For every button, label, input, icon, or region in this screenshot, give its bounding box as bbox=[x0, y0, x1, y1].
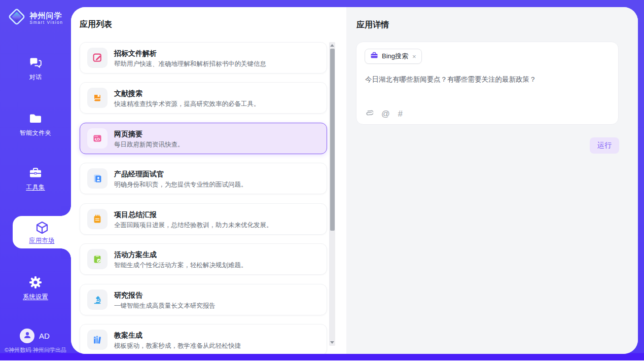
scrollbar-up-arrow[interactable] bbox=[329, 42, 335, 49]
app-title: 研究报告 bbox=[114, 291, 216, 300]
gear-icon bbox=[0, 275, 71, 289]
list-item-project-summary[interactable]: 项目总结汇报 全面回顾项目进展，总结经验教训，助力未来优化发展。 bbox=[80, 203, 327, 235]
brand-name: 神州问学 bbox=[29, 11, 63, 20]
close-icon[interactable]: × bbox=[412, 53, 416, 60]
at-icon[interactable]: @ bbox=[381, 110, 390, 118]
app-title: 网页摘要 bbox=[114, 129, 184, 138]
sidebar-item-label: 系统设置 bbox=[0, 293, 71, 301]
browser-code-icon bbox=[87, 128, 108, 149]
list-item-literature-search[interactable]: 文献搜索 快速精准查找学术资源，提高研究效率的必备工具。 bbox=[80, 82, 327, 114]
scrollbar-thumb[interactable] bbox=[330, 49, 335, 231]
run-button[interactable]: 运行 bbox=[590, 137, 619, 154]
interview-icon bbox=[87, 168, 108, 189]
cube-icon bbox=[13, 221, 71, 235]
app-desc: 全面回顾项目进展，总结经验教训，助力未来优化发展。 bbox=[114, 221, 273, 230]
app-title: 招标文件解析 bbox=[114, 49, 266, 58]
app-title: 产品经理面试官 bbox=[114, 169, 247, 178]
app-desc: 一键智能生成高质量长文本研究报告 bbox=[114, 301, 216, 310]
sidebar-footer: ©神州数码·神州问学出品 bbox=[0, 346, 71, 354]
prompt-card: Bing搜索 × 今日湖北有哪些新闻要点？有哪些需要关注的最新政策？ @ # bbox=[356, 42, 619, 125]
clipboard-check-icon bbox=[87, 249, 108, 269]
list-item-pm-interviewer[interactable]: 产品经理面试官 明确身份和职责，为您提供专业性的面试问题。 bbox=[80, 163, 327, 194]
document-edit-icon bbox=[87, 48, 108, 68]
sidebar-item-chat[interactable]: 对话 bbox=[0, 56, 71, 82]
sidebar-item-label: 对话 bbox=[0, 73, 71, 82]
sidebar-item-label: 工具集 bbox=[0, 183, 71, 192]
question-text-input[interactable]: 今日湖北有哪些新闻要点？有哪些需要关注的最新政策？ bbox=[365, 75, 608, 85]
sidebar-item-app-market[interactable]: 应用市场 bbox=[13, 216, 71, 248]
book-icon bbox=[87, 88, 108, 108]
toolbox-icon bbox=[0, 166, 71, 180]
sidebar-item-smart-folder[interactable]: 智能文件夹 bbox=[0, 112, 71, 137]
app-detail-panel: 应用详情 Bing搜索 × 今日湖北有哪些新闻要点？有哪些需要关注的最新政策？ bbox=[346, 7, 638, 354]
person-icon bbox=[23, 331, 32, 342]
brand-subtitle: Smart Vision bbox=[29, 20, 63, 25]
app-list-panel: 应用列表 招标文件解析 帮助用户快速、准确地理解和解析招标书中的关键信息 bbox=[71, 7, 346, 354]
app-desc: 每日政府新闻资讯快查。 bbox=[114, 140, 184, 149]
sidebar-item-label: 智能文件夹 bbox=[0, 129, 71, 137]
microscope-icon bbox=[87, 289, 108, 310]
user-row: AD bbox=[0, 329, 71, 344]
main-content: 应用列表 招标文件解析 帮助用户快速、准确地理解和解析招标书中的关键信息 bbox=[71, 7, 638, 354]
sidebar-item-settings[interactable]: 系统设置 bbox=[0, 275, 71, 301]
app-desc: 明确身份和职责，为您提供专业性的面试问题。 bbox=[114, 180, 247, 189]
list-item-bid-analysis[interactable]: 招标文件解析 帮助用户快速、准确地理解和解析招标书中的关键信息 bbox=[80, 42, 327, 74]
scrollbar[interactable] bbox=[329, 42, 335, 346]
app-title: 文献搜索 bbox=[114, 89, 260, 98]
app-desc: 模板驱动，教案秒成，教学准备从此轻松快捷 bbox=[114, 341, 241, 350]
folder-icon bbox=[0, 112, 71, 126]
tool-tag-label: Bing搜索 bbox=[382, 52, 408, 61]
hash-icon[interactable]: # bbox=[398, 110, 403, 118]
user-initials: AD bbox=[39, 332, 50, 340]
chat-icon bbox=[0, 56, 71, 70]
app-title: 项目总结汇报 bbox=[114, 210, 273, 219]
app-desc: 快速精准查找学术资源，提高研究效率的必备工具。 bbox=[114, 99, 260, 108]
app-desc: 智能生成个性化活动方案，轻松解决规划难题。 bbox=[114, 261, 247, 270]
diamond-logo-icon bbox=[8, 8, 26, 28]
list-item-event-plan[interactable]: 活动方案生成 智能生成个性化活动方案，轻松解决规划难题。 bbox=[80, 243, 327, 275]
paperclip-icon[interactable] bbox=[365, 108, 373, 119]
app-frame: 神州问学 Smart Vision 对话 智能文件夹 bbox=[0, 0, 644, 360]
sidebar-item-label: 应用市场 bbox=[13, 236, 71, 245]
tool-tag-bing-search[interactable]: Bing搜索 × bbox=[365, 49, 422, 64]
app-desc: 帮助用户快速、准确地理解和解析招标书中的关键信息 bbox=[114, 59, 266, 68]
input-toolbar: @ # bbox=[365, 108, 403, 119]
briefcase-icon bbox=[370, 51, 378, 61]
app-list-title: 应用列表 bbox=[80, 19, 112, 30]
notepad-icon bbox=[87, 209, 108, 229]
scrollbar-down-arrow[interactable] bbox=[329, 339, 335, 346]
books-icon bbox=[87, 330, 108, 350]
list-item-lesson-plan[interactable]: 教案生成 模板驱动，教案秒成，教学准备从此轻松快捷 bbox=[80, 324, 327, 354]
app-title: 活动方案生成 bbox=[114, 250, 247, 259]
app-detail-title: 应用详情 bbox=[356, 20, 389, 30]
sidebar-item-toolset[interactable]: 工具集 bbox=[0, 166, 71, 192]
brand-logo: 神州问学 Smart Vision bbox=[0, 8, 71, 28]
app-title: 教案生成 bbox=[114, 331, 241, 340]
list-item-research-report[interactable]: 研究报告 一键智能生成高质量长文本研究报告 bbox=[80, 284, 327, 315]
avatar[interactable] bbox=[20, 329, 34, 343]
list-item-web-summary[interactable]: 网页摘要 每日政府新闻资讯快查。 bbox=[80, 123, 327, 154]
